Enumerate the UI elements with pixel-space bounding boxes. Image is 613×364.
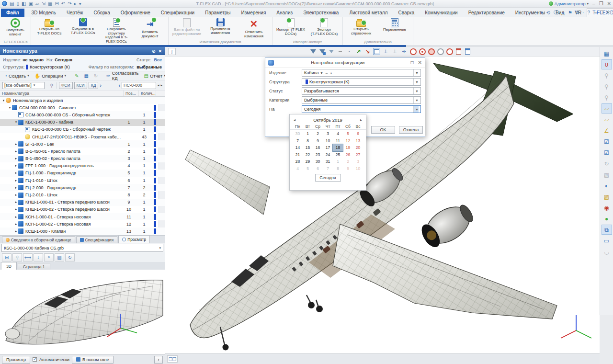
cube-view-icon[interactable]: ▧ xyxy=(602,170,612,180)
checkout-file-button[interactable]: Взять файл на редактирование xyxy=(170,18,204,36)
calendar-day[interactable]: 7 xyxy=(293,137,303,145)
column-qty[interactable]: Колич... xyxy=(139,91,156,96)
window-split-icon[interactable]: ❒❒ xyxy=(167,355,178,363)
more-icon[interactable]: ▸ xyxy=(74,1,77,6)
calendar-day[interactable]: 8 xyxy=(303,137,313,145)
calendar-day[interactable]: 30 xyxy=(313,158,323,165)
preview-tab-3d[interactable]: 3D xyxy=(1,262,17,270)
calendar-day[interactable]: 12 xyxy=(343,137,353,145)
tree-row[interactable]: ▸ КСН-1-000-01 - Створка носовая 11 1 xyxy=(0,213,165,220)
page-view-icon[interactable]: ▭ xyxy=(602,236,612,246)
spline-tool-icon[interactable]: ʃ xyxy=(168,48,176,55)
sphere-icon[interactable]: ◑ xyxy=(562,10,565,15)
measure-red-icon[interactable] xyxy=(364,48,371,55)
tree-row[interactable]: СНЦ147-2Н/10РО11-НВ9К5 - Розетка кабельн… xyxy=(0,133,165,140)
tree-row[interactable]: ▸ КСШ-1-000 - Клапан 13 1 xyxy=(0,228,165,235)
ok-button[interactable]: OK xyxy=(371,126,395,134)
tree-row[interactable]: ССМ-000-000-000 СБ - Сборочный чертеж 1 xyxy=(0,111,165,118)
print-icon[interactable]: ⊟ xyxy=(2,253,11,262)
tree-row[interactable]: ▾ КБС-1-000-000 - Кабина 1 1 xyxy=(0,119,165,126)
undo-icon[interactable]: ↶ xyxy=(61,1,65,6)
field-input[interactable]: Конструкторская (К) ▼ xyxy=(302,78,421,86)
tab-specifications[interactable]: Спецификации xyxy=(156,9,200,17)
report-button[interactable]: ▤Отчёт▾ xyxy=(142,73,167,79)
measure-angle-icon[interactable]: ∠ xyxy=(602,125,612,136)
expand-bar-button[interactable]: › xyxy=(154,356,163,364)
save-structure-button[interactable]: Сохранить структуру изделия в T-FLEX DOC… xyxy=(100,18,133,44)
dialog-maximize-button[interactable]: □ xyxy=(411,60,414,65)
tree-row[interactable]: ▸ ГЦ-1-010 - Шток 6 1 xyxy=(0,177,165,184)
tab-assembly[interactable]: Сборка xyxy=(88,9,115,17)
calendar-day[interactable]: 2 xyxy=(313,130,323,137)
collapse-nav-button[interactable]: ‹ xyxy=(119,83,120,88)
tab-parameters[interactable]: Параметры xyxy=(200,9,236,17)
manipulator-icon[interactable] xyxy=(382,48,389,55)
calendar-day[interactable]: 6 xyxy=(353,130,363,137)
calendar-day[interactable]: 10 xyxy=(353,165,363,172)
apply-changes-button[interactable]: Применить изменения xyxy=(204,18,237,35)
calendar-day[interactable]: 9 xyxy=(313,137,323,145)
import-docs-button[interactable]: Импорт (T-FLEX DOCs) xyxy=(274,18,307,36)
calendar-day[interactable]: 20 xyxy=(353,144,363,151)
ruler-edit-icon[interactable]: ▱ xyxy=(602,114,612,125)
no-select-icon[interactable]: ⌖ xyxy=(44,253,54,262)
calendar-day[interactable]: 29 xyxy=(303,158,313,165)
view-frame-icon[interactable]: ⧉ xyxy=(602,225,612,235)
calendar-month-label[interactable]: Октябрь 2019 xyxy=(295,117,360,123)
calendar-day[interactable]: 3 xyxy=(353,158,363,165)
calendar-day[interactable]: 4 xyxy=(293,165,303,172)
tree-row[interactable]: КБС-1-000-000 СБ - Сборочный чертеж 1 xyxy=(0,126,165,133)
field-input[interactable]: Кабина ▾ ‒ ▪ ▼ xyxy=(302,69,421,77)
next-month-icon[interactable]: ▸ xyxy=(360,118,362,122)
calendar-day[interactable]: 24 xyxy=(323,151,333,159)
info-icon[interactable]: ⓘ xyxy=(554,9,558,16)
calendar-day[interactable]: 9 xyxy=(343,165,353,172)
tab-annotation[interactable]: Оформление xyxy=(115,9,156,17)
expand-arrow-icon[interactable]: ▸ xyxy=(14,200,18,204)
dropdown-icon[interactable]: ▾ xyxy=(541,10,543,15)
dot-icon[interactable] xyxy=(346,48,353,55)
manipulator-alt-icon[interactable] xyxy=(391,48,398,55)
tree-row[interactable]: ▾ Номенклатура и изделия xyxy=(0,97,165,104)
chevron-down-icon[interactable]: ▼ xyxy=(413,97,419,103)
record-ring2-icon[interactable] xyxy=(446,48,453,55)
tree-row[interactable]: ▸ КСН-1-000-02 - Створка носовая 12 1 xyxy=(0,220,165,228)
calendar-day[interactable]: 3 xyxy=(323,130,333,137)
ruler-icon[interactable]: ▱ xyxy=(602,103,612,114)
tab-communications[interactable]: Коммуникации xyxy=(420,9,463,17)
save-icon[interactable]: ▦ xyxy=(82,73,91,79)
expand-arrow-icon[interactable]: ▾ xyxy=(1,99,6,102)
preview-3d-canvas[interactable] xyxy=(0,270,165,354)
flag-icon[interactable]: ⚑ xyxy=(568,10,572,15)
expand-arrow-icon[interactable]: ▸ xyxy=(14,222,18,226)
open-window-icon[interactable]: ▣ xyxy=(28,1,33,6)
window-menu-icon[interactable]: ▤ xyxy=(10,1,14,6)
check-assembly-icon[interactable]: ☑ xyxy=(602,148,612,158)
sync-icon[interactable]: ⟲ xyxy=(546,10,550,15)
nav-prev-icon[interactable]: ◂ xyxy=(158,83,159,87)
calendar-day[interactable]: 17 xyxy=(323,144,333,151)
render-icon[interactable]: ▧ xyxy=(55,253,64,262)
zoom-in-icon[interactable]: ⚲ xyxy=(602,70,612,80)
calendar-day[interactable]: 4 xyxy=(333,130,343,137)
tab-drawing[interactable]: Чертёж xyxy=(61,9,88,17)
edit-icon[interactable]: ✎ xyxy=(73,73,80,79)
tab-measurements[interactable]: Измерения xyxy=(236,9,272,17)
tree-row[interactable]: ▸ КНШ-1-000-02 - Створка переднего шасси… xyxy=(0,206,165,213)
doc-red-icon[interactable] xyxy=(455,48,462,55)
column-name[interactable]: Номенклатура xyxy=(0,91,124,96)
calendar-day[interactable]: 18 xyxy=(333,144,343,151)
select-box-icon[interactable] xyxy=(373,48,380,55)
tree-row[interactable]: ▸ ГЦ-1-000 - Гидроцилиндр 5 1 xyxy=(0,170,165,177)
import-icon[interactable]: ⇲ xyxy=(42,1,45,6)
new-window-button[interactable]: В новом окне xyxy=(72,356,114,364)
export-docs-button[interactable]: Экспорт (T-FLEX DOCs) xyxy=(307,18,341,36)
field-input[interactable]: Сегодня ▼ xyxy=(302,105,421,113)
dialog-minimize-button[interactable]: — xyxy=(402,60,407,65)
chevron-down-icon[interactable]: ▼ xyxy=(413,79,419,85)
calendar-day[interactable]: 19 xyxy=(343,144,353,151)
open-folder-icon[interactable]: ▱ xyxy=(35,1,39,6)
camera-icon[interactable]: ◉ xyxy=(602,203,612,213)
tab-electrical[interactable]: Электротехника xyxy=(298,9,344,17)
ksi-toggle[interactable]: КСИ xyxy=(74,82,87,89)
